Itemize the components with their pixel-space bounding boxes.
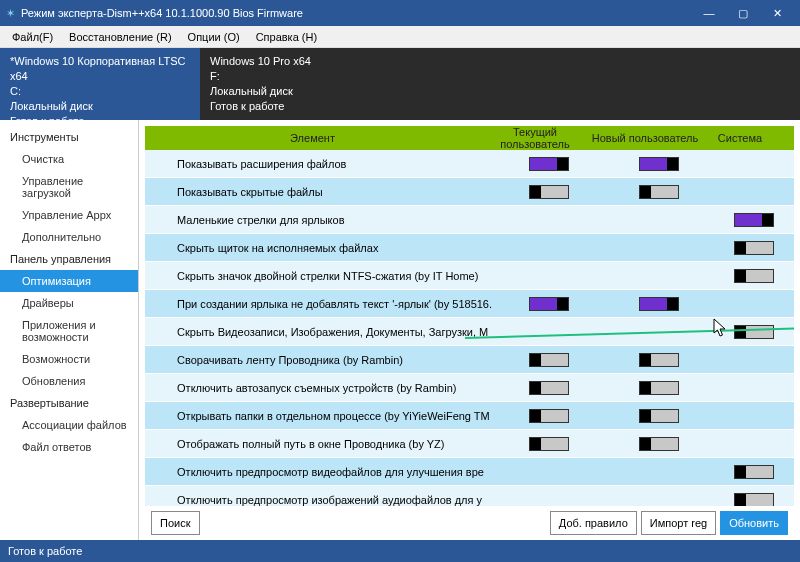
header-element: Элемент xyxy=(145,132,480,144)
sidebar-item[interactable]: Драйверы xyxy=(0,292,138,314)
os-tabs: *Windows 10 Корпоративная LTSC x64C:Лока… xyxy=(0,48,800,120)
status-bar: Готов к работе xyxy=(0,540,800,562)
sidebar-item[interactable]: Управление загрузкой xyxy=(0,170,138,204)
close-button[interactable]: ✕ xyxy=(760,0,794,26)
toggle-switch[interactable] xyxy=(734,241,774,255)
cell-new-user xyxy=(604,185,714,199)
setting-label: Показывать расширения файлов xyxy=(145,158,494,170)
toggle-switch[interactable] xyxy=(639,437,679,451)
setting-row: Отключить предпросмотр изображений аудио… xyxy=(145,486,794,506)
setting-label: Отключить предпросмотр изображений аудио… xyxy=(145,494,494,506)
window-title: Режим эксперта-Dism++x64 10.1.1000.90 Bi… xyxy=(21,7,692,19)
toggle-switch[interactable] xyxy=(734,325,774,339)
toggle-switch[interactable] xyxy=(529,157,569,171)
setting-row: Отключить предпросмотр видеофайлов для у… xyxy=(145,458,794,486)
footer-buttons: Поиск Доб. правило Импорт reg Обновить xyxy=(145,506,794,540)
setting-row: При создании ярлыка не добавлять текст '… xyxy=(145,290,794,318)
sidebar-item[interactable]: Управление Appx xyxy=(0,204,138,226)
maximize-button[interactable]: ▢ xyxy=(726,0,760,26)
header-system: Система xyxy=(700,132,780,144)
cell-current-user xyxy=(494,381,604,395)
setting-row: Показывать расширения файлов xyxy=(145,150,794,178)
setting-label: Скрыть значок двойной стрелки NTFS-сжати… xyxy=(145,270,494,282)
title-bar: ✶ Режим эксперта-Dism++x64 10.1.1000.90 … xyxy=(0,0,800,26)
setting-row: Сворачивать ленту Проводника (by Rambin) xyxy=(145,346,794,374)
add-rule-button[interactable]: Доб. правило xyxy=(550,511,637,535)
cell-system xyxy=(714,241,794,255)
menu-item[interactable]: Справка (H) xyxy=(248,29,325,45)
toggle-switch[interactable] xyxy=(734,269,774,283)
cell-new-user xyxy=(604,409,714,423)
refresh-button[interactable]: Обновить xyxy=(720,511,788,535)
toggle-switch[interactable] xyxy=(529,409,569,423)
toggle-switch[interactable] xyxy=(529,185,569,199)
os-tab[interactable]: *Windows 10 Корпоративная LTSC x64C:Лока… xyxy=(0,48,200,120)
cell-system xyxy=(714,493,794,507)
setting-row: Скрыть Видеозаписи, Изображения, Докумен… xyxy=(145,318,794,346)
toggle-switch[interactable] xyxy=(734,213,774,227)
toggle-switch[interactable] xyxy=(529,381,569,395)
sidebar-item[interactable]: Очистка xyxy=(0,148,138,170)
os-tab[interactable]: Windows 10 Pro x64F:Локальный дискГотов … xyxy=(200,48,400,120)
toggle-switch[interactable] xyxy=(639,297,679,311)
cell-system xyxy=(714,269,794,283)
sidebar-item[interactable]: Дополнительно xyxy=(0,226,138,248)
search-button[interactable]: Поиск xyxy=(151,511,199,535)
toggle-switch[interactable] xyxy=(639,185,679,199)
toggle-switch[interactable] xyxy=(639,409,679,423)
cell-current-user xyxy=(494,297,604,311)
table-header: Элемент Текущий пользователь Новый польз… xyxy=(145,126,794,150)
setting-label: Показывать скрытые файлы xyxy=(145,186,494,198)
sidebar-item[interactable]: Оптимизация xyxy=(0,270,138,292)
setting-label: Открывать папки в отдельном процессе (by… xyxy=(145,410,494,422)
toggle-switch[interactable] xyxy=(639,353,679,367)
setting-label: При создании ярлыка не добавлять текст '… xyxy=(145,298,494,310)
sidebar-item[interactable]: Ассоциации файлов xyxy=(0,414,138,436)
toggle-switch[interactable] xyxy=(529,353,569,367)
menu-item[interactable]: Файл(F) xyxy=(4,29,61,45)
status-text: Готов к работе xyxy=(8,545,82,557)
sidebar: ИнструментыОчисткаУправление загрузкойУп… xyxy=(0,120,139,540)
sidebar-item[interactable]: Файл ответов xyxy=(0,436,138,458)
toggle-switch[interactable] xyxy=(639,381,679,395)
cell-new-user xyxy=(604,157,714,171)
toggle-switch[interactable] xyxy=(734,493,774,507)
setting-row: Отключить автозапуск съемных устройств (… xyxy=(145,374,794,402)
setting-label: Отключить предпросмотр видеофайлов для у… xyxy=(145,466,494,478)
import-reg-button[interactable]: Импорт reg xyxy=(641,511,716,535)
setting-row: Скрыть значок двойной стрелки NTFS-сжати… xyxy=(145,262,794,290)
toggle-switch[interactable] xyxy=(529,437,569,451)
setting-label: Отображать полный путь в окне Проводника… xyxy=(145,438,494,450)
cell-system xyxy=(714,213,794,227)
cell-current-user xyxy=(494,185,604,199)
toggle-switch[interactable] xyxy=(639,157,679,171)
main-panel: Элемент Текущий пользователь Новый польз… xyxy=(139,120,800,540)
cell-system xyxy=(714,465,794,479)
minimize-button[interactable]: — xyxy=(692,0,726,26)
setting-row: Отображать полный путь в окне Проводника… xyxy=(145,430,794,458)
app-icon: ✶ xyxy=(6,7,15,20)
cell-new-user xyxy=(604,381,714,395)
cell-new-user xyxy=(604,353,714,367)
sidebar-item[interactable]: Приложения и возможности xyxy=(0,314,138,348)
menu-item[interactable]: Опции (O) xyxy=(180,29,248,45)
setting-label: Маленькие стрелки для ярлыков xyxy=(145,214,494,226)
sidebar-group: Панель управления xyxy=(0,248,138,270)
toggle-switch[interactable] xyxy=(529,297,569,311)
setting-label: Сворачивать ленту Проводника (by Rambin) xyxy=(145,354,494,366)
sidebar-item[interactable]: Возможности xyxy=(0,348,138,370)
setting-row: Маленькие стрелки для ярлыков xyxy=(145,206,794,234)
setting-row: Открывать папки в отдельном процессе (by… xyxy=(145,402,794,430)
setting-label: Скрыть щиток на исполняемых файлах xyxy=(145,242,494,254)
header-current-user: Текущий пользователь xyxy=(480,126,590,150)
sidebar-item[interactable]: Обновления xyxy=(0,370,138,392)
cell-current-user xyxy=(494,409,604,423)
cell-system xyxy=(714,325,794,339)
header-new-user: Новый пользователь xyxy=(590,132,700,144)
settings-rows[interactable]: Показывать расширения файловПоказывать с… xyxy=(145,150,794,506)
menu-bar: Файл(F)Восстановление (R)Опции (O)Справк… xyxy=(0,26,800,48)
setting-row: Показывать скрытые файлы xyxy=(145,178,794,206)
toggle-switch[interactable] xyxy=(734,465,774,479)
sidebar-group: Развертывание xyxy=(0,392,138,414)
menu-item[interactable]: Восстановление (R) xyxy=(61,29,179,45)
